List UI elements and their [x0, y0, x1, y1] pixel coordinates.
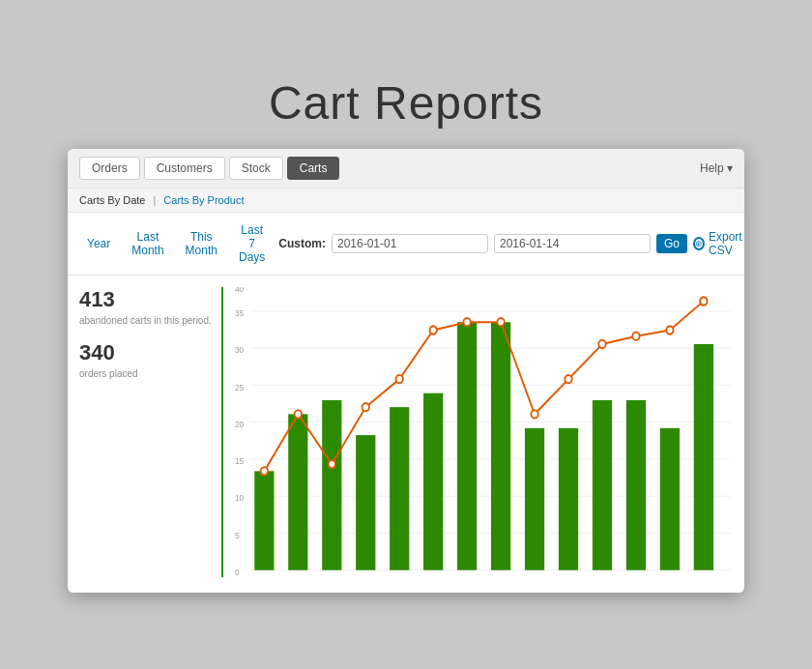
bar-5	[423, 393, 443, 570]
dot-7	[497, 318, 504, 326]
dot-11	[632, 333, 639, 340]
bar-13	[694, 344, 713, 570]
bar-line-chart: 0 5 10 15 20 25 30 35 40	[235, 287, 733, 577]
bar-11	[626, 400, 646, 570]
export-circle-icon: ⊕	[693, 237, 705, 250]
filter-last-month[interactable]: Last Month	[124, 227, 171, 260]
subnav-separator: |	[153, 194, 156, 206]
svg-text:20: 20	[235, 419, 244, 429]
custom-end-date[interactable]	[494, 234, 651, 253]
nav-tabs: Orders Customers Stock Carts	[79, 157, 339, 180]
dot-10	[598, 340, 605, 348]
dot-5	[429, 326, 436, 334]
date-filter-bar: Year Last Month This Month Last 7 Days C…	[68, 213, 744, 276]
abandoned-label: abandoned carts in this period.	[79, 314, 212, 327]
tab-carts[interactable]: Carts	[287, 157, 340, 180]
tab-orders[interactable]: Orders	[79, 157, 140, 180]
svg-text:0: 0	[235, 567, 240, 577]
bar-4	[390, 407, 409, 570]
subnav-carts-by-product[interactable]: Carts By Product	[163, 194, 244, 206]
svg-text:5: 5	[235, 530, 240, 540]
dot-0	[260, 467, 267, 475]
bar-12	[660, 428, 680, 570]
tab-customers[interactable]: Customers	[144, 157, 225, 180]
filter-last-7-days[interactable]: Last 7 Days	[231, 220, 273, 267]
page-title: Cart Reports	[269, 76, 543, 130]
orders-placed-stat: 340 orders placed	[79, 340, 212, 380]
dot-4	[395, 375, 402, 383]
bar-7	[491, 322, 510, 570]
sub-nav: Carts By Date | Carts By Product	[68, 189, 744, 213]
bar-10	[593, 400, 612, 570]
dot-3	[362, 403, 368, 411]
bar-9	[559, 428, 578, 570]
svg-text:10: 10	[235, 493, 244, 504]
custom-start-date[interactable]	[332, 234, 488, 253]
bar-6	[457, 322, 477, 570]
filter-year[interactable]: Year	[79, 234, 118, 253]
bar-2	[322, 400, 341, 570]
svg-text:30: 30	[235, 345, 244, 356]
go-button[interactable]: Go	[656, 234, 687, 253]
bar-8	[525, 428, 544, 570]
bar-0	[254, 471, 274, 569]
dot-1	[294, 410, 301, 418]
custom-label: Custom:	[278, 237, 326, 250]
svg-text:25: 25	[235, 382, 244, 393]
export-label: Export CSV	[709, 230, 744, 257]
export-csv-button[interactable]: ⊕ Export CSV	[693, 230, 744, 257]
orders-label: orders placed	[79, 367, 212, 380]
help-button[interactable]: Help ▾	[700, 161, 733, 175]
toolbar: Orders Customers Stock Carts Help ▾	[68, 149, 744, 189]
dot-2	[328, 460, 334, 468]
chart-area: 413 abandoned carts in this period. 340 …	[68, 276, 744, 593]
main-window: Orders Customers Stock Carts Help ▾ Cart…	[68, 149, 744, 593]
svg-text:15: 15	[235, 456, 244, 467]
subnav-carts-by-date[interactable]: Carts By Date	[79, 194, 145, 206]
bar-1	[288, 414, 307, 569]
bar-3	[356, 435, 375, 570]
abandoned-number: 413	[79, 287, 212, 312]
dot-9	[565, 375, 571, 383]
dot-6	[463, 318, 470, 326]
dot-12	[666, 326, 673, 334]
tab-stock[interactable]: Stock	[229, 157, 283, 180]
stats-panel: 413 abandoned carts in this period. 340 …	[79, 287, 223, 577]
orders-number: 340	[79, 340, 212, 365]
filter-this-month[interactable]: This Month	[178, 227, 225, 260]
chart-container: 0 5 10 15 20 25 30 35 40	[235, 287, 733, 577]
svg-text:35: 35	[235, 308, 244, 319]
dot-8	[531, 410, 537, 418]
svg-text:40: 40	[235, 287, 244, 294]
dot-13	[700, 297, 707, 305]
abandoned-carts-stat: 413 abandoned carts in this period.	[79, 287, 212, 327]
